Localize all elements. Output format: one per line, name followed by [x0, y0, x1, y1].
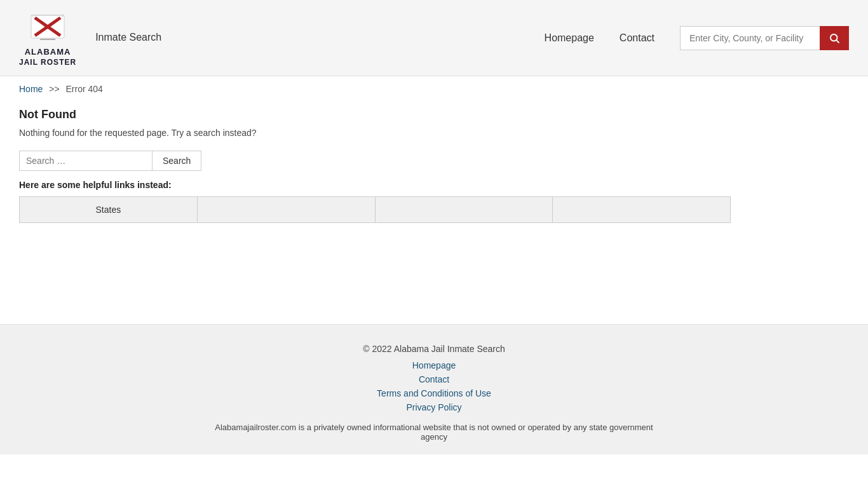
table-cell-3: [375, 197, 553, 223]
breadcrumb-current: Error 404: [66, 84, 103, 94]
footer-privacy-link[interactable]: Privacy Policy: [406, 402, 461, 412]
header-right: Homepage Contact: [545, 26, 849, 50]
breadcrumb-home-link[interactable]: Home: [19, 84, 43, 94]
logo-icon: [29, 8, 67, 46]
svg-point-5: [831, 34, 837, 41]
site-header: ALABAMA JAIL ROSTER Inmate Search Homepa…: [0, 0, 868, 76]
logo-text: ALABAMA JAIL ROSTER: [19, 47, 76, 67]
table-cell-2: [197, 197, 375, 223]
table-cell-4: [553, 197, 731, 223]
logo-image: ALABAMA JAIL ROSTER: [19, 8, 76, 67]
header-search-input[interactable]: [680, 26, 820, 50]
not-found-description: Nothing found for the requested page. Tr…: [19, 128, 849, 138]
footer-contact-link[interactable]: Contact: [419, 374, 449, 384]
search-icon: [829, 32, 840, 44]
footer-disclaimer: Alabamajailroster.com is a privately own…: [212, 423, 656, 442]
footer-terms-link[interactable]: Terms and Conditions of Use: [377, 388, 491, 398]
svg-line-6: [836, 40, 839, 43]
page-search-form: Search: [19, 151, 849, 171]
site-footer: © 2022 Alabama Jail Inmate Search Homepa…: [0, 324, 868, 454]
not-found-title: Not Found: [19, 108, 849, 121]
main-content: Not Found Nothing found for the requeste…: [0, 102, 868, 324]
helpful-links-label: Here are some helpful links instead:: [19, 180, 849, 190]
breadcrumb: Home >> Error 404: [0, 76, 868, 102]
homepage-nav-link[interactable]: Homepage: [545, 32, 594, 44]
footer-links: Homepage Contact Terms and Conditions of…: [13, 360, 855, 412]
header-search-bar: [680, 26, 849, 50]
footer-copyright: © 2022 Alabama Jail Inmate Search: [13, 344, 855, 354]
footer-homepage-link[interactable]: Homepage: [412, 360, 456, 370]
page-search-input[interactable]: [19, 151, 153, 171]
states-table: States: [19, 196, 731, 223]
inmate-search-nav-link[interactable]: Inmate Search: [95, 32, 161, 43]
contact-nav-link[interactable]: Contact: [620, 32, 654, 44]
states-cell[interactable]: States: [20, 197, 198, 223]
page-search-button[interactable]: Search: [153, 151, 201, 171]
header-left: ALABAMA JAIL ROSTER Inmate Search: [19, 8, 161, 67]
header-search-button[interactable]: [820, 26, 849, 50]
logo-link[interactable]: ALABAMA JAIL ROSTER: [19, 8, 76, 67]
table-row: States: [20, 197, 731, 223]
breadcrumb-separator: >>: [49, 84, 59, 94]
main-nav: Homepage Contact: [545, 32, 654, 44]
